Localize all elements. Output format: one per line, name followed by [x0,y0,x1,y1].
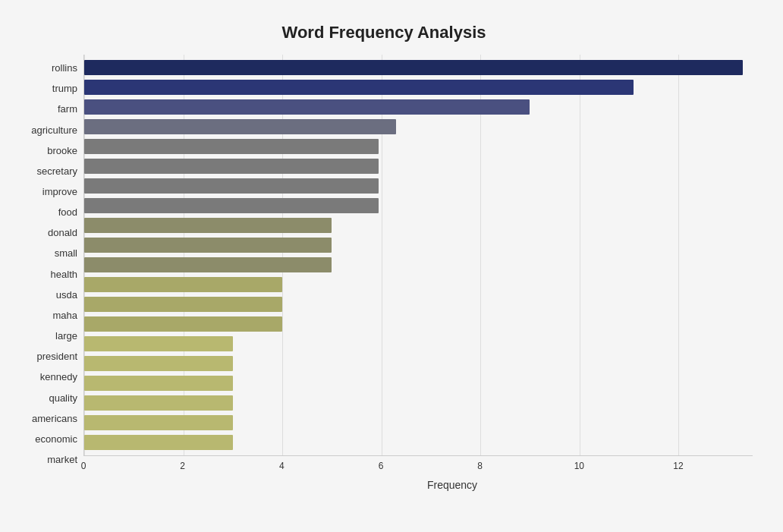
bar-row [84,413,753,433]
y-label: small [55,243,77,263]
bar [84,99,530,115]
bar-row [84,275,753,294]
y-label: maha [52,305,77,326]
chart-container: Word Frequency Analysis rollinstrumpfarm… [0,0,783,532]
bar [84,376,233,391]
bar-row [84,176,753,196]
x-tick-label: 6 [379,461,384,471]
bar-row [84,97,753,117]
y-label: americans [32,408,77,429]
y-label: farm [58,99,77,119]
bar [84,159,379,174]
bar-row [84,393,753,413]
bar [84,238,332,253]
y-label: rollins [52,58,77,78]
y-label: quality [49,388,77,408]
bar [84,80,634,95]
bar [84,60,743,75]
y-label: large [55,326,77,346]
bar-row [84,354,753,373]
bar-row [84,58,753,77]
bar [84,139,379,154]
chart-area: rollinstrumpfarmagriculturebrookesecreta… [15,55,753,473]
plot-area [83,55,753,456]
x-tick-label: 8 [477,461,483,471]
bar-row [84,117,753,137]
bar [84,336,233,351]
bar-row [84,77,753,97]
bar-row [84,156,753,176]
bar [84,316,282,332]
bar [84,395,233,411]
bar-row [84,255,753,275]
bar [84,356,233,371]
y-label: brooke [47,140,77,161]
y-label: kennedy [40,367,77,387]
bar [84,415,233,430]
bar-row [84,334,753,354]
y-label: food [58,202,77,222]
x-axis-title: Frequency [152,479,753,491]
x-tick-label: 10 [574,461,584,471]
x-tick-label: 4 [279,461,285,471]
y-label: health [51,264,77,285]
y-label: improve [42,181,77,202]
bar [84,277,282,292]
y-label: president [37,346,77,367]
x-tick-label: 2 [180,461,185,471]
bar-row [84,373,753,393]
y-label: economic [35,429,77,449]
bar [84,297,282,312]
y-label: trump [52,78,77,99]
y-label: secretary [37,161,77,181]
bar [84,198,379,213]
bars-area [84,55,753,455]
bar-row [84,294,753,314]
bar-row [84,196,753,216]
bar-row [84,235,753,255]
x-tick-label: 0 [81,461,86,471]
y-label: agriculture [31,119,77,140]
bar-row [84,314,753,334]
bar [84,119,396,134]
y-label: market [47,449,77,470]
y-axis: rollinstrumpfarmagriculturebrookesecreta… [15,55,83,473]
x-tick-label: 12 [673,461,683,471]
y-label: donald [48,222,77,243]
bar [84,218,332,233]
y-label: usda [56,285,77,305]
bar-row [84,216,753,235]
bar [84,435,233,450]
bar-row [84,137,753,156]
bar-row [84,433,753,452]
bar [84,178,379,194]
bar [84,257,332,272]
chart-title: Word Frequency Analysis [15,15,753,42]
